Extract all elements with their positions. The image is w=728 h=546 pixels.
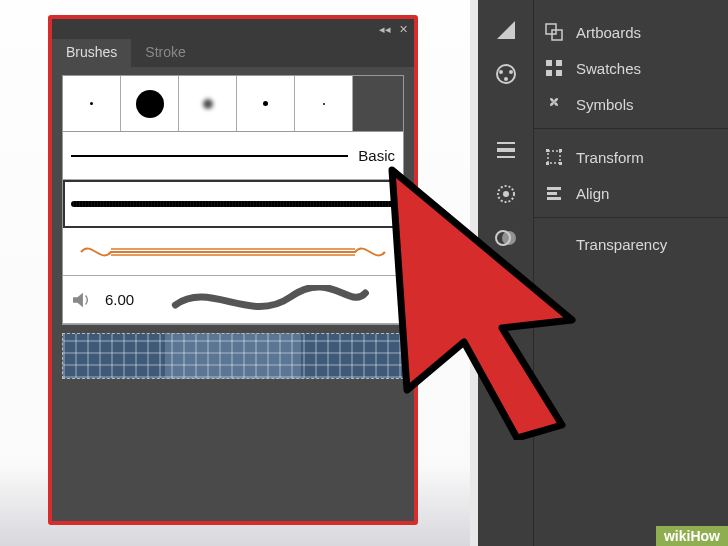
panel-header: ◂◂ ✕	[52, 19, 414, 39]
transform-label: Transform	[576, 149, 644, 166]
svg-rect-22	[559, 149, 562, 152]
close-icon[interactable]: ✕	[399, 23, 408, 36]
charcoal-stroke-preview	[71, 201, 395, 207]
artboards-icon	[544, 22, 564, 42]
svg-rect-27	[547, 197, 561, 200]
swatches-icon	[544, 58, 564, 78]
stroke-size-value: 6.00	[105, 291, 134, 308]
dock-icon-column	[478, 0, 534, 546]
color-guide-icon[interactable]	[494, 62, 518, 86]
svg-marker-2	[73, 292, 83, 306]
brush-charcoal[interactable]	[63, 180, 403, 228]
brush-preset-1[interactable]	[63, 76, 121, 131]
svg-point-5	[509, 70, 513, 74]
brush-calligraphic[interactable]: 6.00	[63, 276, 403, 324]
svg-rect-24	[559, 162, 562, 165]
right-dock: Artboards Swatches Symbols Transform Ali…	[478, 0, 728, 546]
svg-rect-17	[556, 60, 562, 66]
watermark: wikiHow	[656, 526, 728, 546]
dock-label-column: Artboards Swatches Symbols Transform Ali…	[534, 0, 728, 546]
color-icon[interactable]	[494, 18, 518, 42]
svg-rect-15	[552, 30, 562, 40]
panel-align[interactable]: Align	[534, 175, 728, 211]
panel-symbols[interactable]: Symbols	[534, 86, 728, 122]
speaker-icon	[71, 291, 93, 309]
brush-preset-5[interactable]	[295, 76, 353, 131]
align-label: Align	[576, 185, 609, 202]
panel-transparency[interactable]: Transparency	[534, 228, 728, 261]
svg-rect-23	[546, 162, 549, 165]
svg-rect-20	[548, 151, 560, 163]
symbols-label: Symbols	[576, 96, 634, 113]
panel-transform[interactable]: Transform	[534, 139, 728, 175]
svg-point-11	[503, 191, 509, 197]
brush-preset-3[interactable]	[179, 76, 237, 131]
brush-basic[interactable]: Basic	[63, 132, 403, 180]
svg-rect-9	[497, 156, 515, 158]
collapse-icon[interactable]: ◂◂	[379, 23, 391, 36]
flourish-stroke-preview	[71, 242, 395, 262]
brush-preset-2[interactable]	[121, 76, 179, 131]
svg-point-6	[504, 77, 508, 81]
svg-point-4	[499, 70, 503, 74]
svg-rect-7	[497, 148, 515, 152]
transparency-label: Transparency	[576, 236, 667, 253]
swatches-label: Swatches	[576, 60, 641, 77]
svg-rect-19	[556, 70, 562, 76]
basic-stroke-preview	[71, 155, 348, 157]
gradient-icon[interactable]	[494, 182, 518, 206]
svg-point-13	[502, 231, 516, 245]
brush-stroke-list: Basic 6.00	[62, 132, 404, 325]
stroke-icon[interactable]	[494, 138, 518, 162]
divider-2	[534, 217, 728, 218]
svg-rect-8	[497, 142, 515, 144]
symbols-icon	[544, 94, 564, 114]
brush-preset-empty	[353, 76, 403, 131]
svg-rect-26	[547, 192, 557, 195]
basic-stroke-label: Basic	[358, 147, 395, 164]
brush-pattern[interactable]	[62, 333, 404, 379]
brushes-panel: ◂◂ ✕ Brushes Stroke Basic	[48, 15, 418, 525]
panel-artboards[interactable]: Artboards	[534, 14, 728, 50]
panel-swatches[interactable]: Swatches	[534, 50, 728, 86]
tab-brushes[interactable]: Brushes	[52, 39, 131, 67]
divider	[534, 128, 728, 129]
transparency-icon[interactable]	[494, 226, 518, 250]
brush-preset-4[interactable]	[237, 76, 295, 131]
wavy-stroke-preview	[146, 285, 395, 315]
svg-rect-21	[546, 149, 549, 152]
tab-stroke[interactable]: Stroke	[131, 39, 199, 67]
svg-rect-14	[546, 24, 556, 34]
svg-rect-16	[546, 60, 552, 66]
panel-tabs: Brushes Stroke	[52, 39, 414, 67]
align-icon	[544, 183, 564, 203]
brush-size-grid	[62, 75, 404, 132]
svg-rect-18	[546, 70, 552, 76]
brush-flourish[interactable]	[63, 228, 403, 276]
transform-icon	[544, 147, 564, 167]
artboards-label: Artboards	[576, 24, 641, 41]
svg-rect-25	[547, 187, 561, 190]
